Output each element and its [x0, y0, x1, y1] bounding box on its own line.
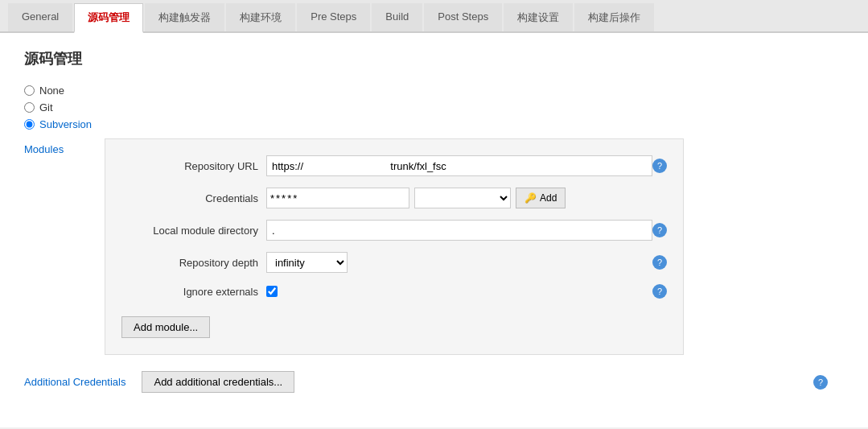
repository-depth-help-icon[interactable]: ?	[652, 255, 667, 270]
tab-build-env[interactable]: 构建环境	[226, 3, 295, 31]
credentials-dropdown[interactable]	[414, 188, 511, 208]
key-icon: 🔑	[525, 192, 537, 204]
module-box: Repository URL ? Credentials 🔑 Add	[105, 138, 684, 355]
repository-depth-row: Repository depth infinity empty files im…	[121, 252, 667, 273]
tab-build[interactable]: Build	[372, 3, 422, 31]
tab-general[interactable]: General	[8, 3, 72, 31]
radio-subversion[interactable]: Subversion	[24, 118, 844, 130]
page-title: 源码管理	[24, 49, 844, 68]
radio-none[interactable]: None	[24, 85, 844, 97]
additional-credentials-help-icon[interactable]: ?	[813, 375, 828, 390]
repository-url-help-icon[interactable]: ?	[652, 159, 667, 173]
bottom-section: Additional Credentials Add additional cr…	[24, 371, 844, 393]
radio-git[interactable]: Git	[24, 101, 844, 113]
local-module-label: Local module directory	[121, 225, 258, 237]
modules-label: Modules	[24, 138, 88, 355]
tab-post-build[interactable]: 构建后操作	[574, 3, 654, 31]
scm-options: None Git Subversion	[24, 85, 844, 130]
credentials-label: Credentials	[121, 192, 258, 204]
radio-git-label: Git	[39, 101, 53, 113]
modules-section: Modules Repository URL ? Credentials	[24, 138, 844, 355]
page-content: 源码管理 None Git Subversion Modules Reposit…	[0, 33, 868, 427]
ignore-externals-row: Ignore externals ?	[121, 284, 667, 299]
local-module-help-icon[interactable]: ?	[652, 223, 667, 237]
additional-credentials-label: Additional Credentials	[24, 376, 125, 388]
local-module-row: Local module directory ?	[121, 220, 667, 241]
add-module-button[interactable]: Add module...	[121, 316, 210, 338]
repository-url-input[interactable]	[266, 155, 652, 176]
radio-none-label: None	[39, 85, 64, 97]
credentials-row: Credentials 🔑 Add	[121, 188, 667, 208]
credentials-stars-field[interactable]	[266, 188, 409, 208]
tab-post-steps[interactable]: Post Steps	[424, 3, 502, 31]
tab-build-triggers[interactable]: 构建触发器	[145, 3, 224, 31]
add-credentials-label: Add	[540, 192, 557, 204]
tab-source-management[interactable]: 源码管理	[74, 3, 143, 33]
tabs-bar: General 源码管理 构建触发器 构建环境 Pre Steps Build …	[0, 0, 868, 33]
local-module-input[interactable]	[266, 220, 652, 241]
tab-pre-steps[interactable]: Pre Steps	[297, 3, 370, 31]
ignore-externals-checkbox[interactable]	[266, 286, 278, 297]
ignore-externals-help-icon[interactable]: ?	[652, 284, 667, 299]
add-additional-credentials-button[interactable]: Add additional credentials...	[142, 371, 294, 393]
repository-depth-select[interactable]: infinity empty files immediates	[266, 252, 348, 273]
repository-depth-label: Repository depth	[121, 257, 258, 269]
tab-build-settings[interactable]: 构建设置	[504, 3, 573, 31]
add-credentials-button[interactable]: 🔑 Add	[516, 188, 566, 208]
radio-subversion-label: Subversion	[39, 118, 92, 130]
repository-url-label: Repository URL	[121, 160, 258, 172]
ignore-externals-label: Ignore externals	[121, 286, 258, 298]
repository-url-row: Repository URL ?	[121, 155, 667, 176]
